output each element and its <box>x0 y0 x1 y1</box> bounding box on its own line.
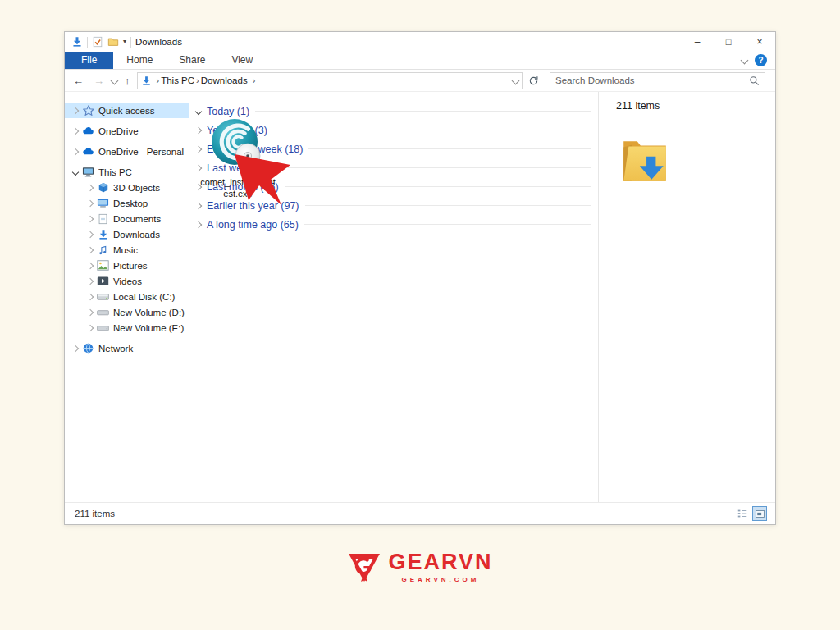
address-dropdown-chevron-icon[interactable] <box>512 76 520 84</box>
maximize-button[interactable]: □ <box>713 32 744 52</box>
sidebar-item-documents[interactable]: Documents <box>65 211 189 226</box>
toolbar-separator <box>87 37 88 48</box>
chevron-icon[interactable] <box>87 262 94 268</box>
large-icons-view-button[interactable] <box>752 506 767 521</box>
ribbon-tab-view[interactable]: View <box>218 52 266 69</box>
large-icons-view-icon <box>755 509 765 519</box>
group-chevron-icon[interactable] <box>195 107 202 114</box>
sidebar-item-label: OneDrive <box>98 126 139 136</box>
sidebar-item-label: New Volume (E:) <box>113 323 184 333</box>
ribbon-tab-share[interactable]: Share <box>166 52 218 69</box>
quick-access-toolbar: ▾ <box>65 36 131 48</box>
monitor-icon <box>82 166 94 178</box>
content-area: Quick access OneDrive OneDrive - Persona… <box>65 92 775 502</box>
brand-name: GEARVN <box>388 551 492 573</box>
chevron-icon[interactable] <box>87 231 94 237</box>
breadcrumb-chevron-icon: › <box>155 75 162 85</box>
downloads-icon[interactable] <box>71 36 83 48</box>
chevron-icon[interactable] <box>72 107 79 113</box>
sidebar-item-pictures[interactable]: Pictures <box>65 258 189 273</box>
sidebar-item-network[interactable]: Network <box>65 340 189 356</box>
downloads-folder-icon <box>618 135 672 189</box>
chevron-icon[interactable] <box>87 324 94 331</box>
chevron-icon[interactable] <box>87 293 94 299</box>
group-chevron-icon[interactable] <box>195 221 202 227</box>
toolbar-separator <box>130 37 131 48</box>
expand-ribbon-chevron-icon[interactable] <box>741 57 749 65</box>
up-button[interactable]: ↑ <box>121 75 134 87</box>
group-label: Today (1) <box>207 106 249 117</box>
group-header-a-long-time-ago-65[interactable]: A long time ago (65) <box>194 215 593 234</box>
help-icon[interactable]: ? <box>755 54 767 66</box>
sidebar-item-local-disk-c[interactable]: Local Disk (C:) <box>65 289 189 304</box>
sidebar-item-new-volume-e[interactable]: New Volume (E:) <box>65 320 189 336</box>
group-divider <box>274 167 591 168</box>
sidebar-item-label: Videos <box>113 276 142 286</box>
group-label: Earlier this year (97) <box>207 200 299 212</box>
sidebar-item-onedrive-personal[interactable]: OneDrive - Personal <box>65 144 189 159</box>
search-box[interactable] <box>550 72 765 89</box>
view-switcher <box>735 506 767 521</box>
search-input[interactable] <box>555 75 749 85</box>
title-bar: ▾ Downloads – □ × <box>65 32 775 52</box>
ribbon-right-controls: ? <box>742 54 775 69</box>
window-title: Downloads <box>135 37 182 47</box>
sidebar-item-label: Local Disk (C:) <box>113 292 175 302</box>
sidebar-item-label: Network <box>98 344 133 354</box>
group-divider <box>255 111 591 112</box>
chevron-icon[interactable] <box>87 199 94 206</box>
chevron-icon[interactable] <box>72 127 79 134</box>
chevron-icon[interactable] <box>87 184 94 190</box>
sidebar-item-this-pc[interactable]: This PC <box>65 164 189 180</box>
sidebar-item-new-volume-d[interactable]: New Volume (D:) <box>65 304 189 320</box>
explorer-window: ▾ Downloads – □ × File Home Share <box>64 31 776 525</box>
ribbon-tab-file[interactable]: File <box>65 52 113 69</box>
disk-icon <box>97 290 109 303</box>
customize-toolbar-chevron-icon[interactable]: ▾ <box>123 39 126 45</box>
sidebar-item-label: 3D Objects <box>113 183 160 193</box>
cube-icon <box>97 181 109 194</box>
chevron-icon[interactable] <box>87 246 94 253</box>
drive-icon <box>97 306 109 318</box>
sidebar-item-music[interactable]: Music <box>65 242 189 258</box>
breadcrumb-item[interactable]: This PC <box>161 75 194 85</box>
sidebar-item-videos[interactable]: Videos <box>65 273 189 289</box>
chevron-icon[interactable] <box>72 345 79 351</box>
file-name: comet_installer_latest.exe <box>199 176 277 200</box>
chevron-icon[interactable] <box>87 215 94 221</box>
navigation-pane: Quick access OneDrive OneDrive - Persona… <box>65 92 189 502</box>
forward-button[interactable]: → <box>90 75 107 87</box>
recent-locations-chevron-icon[interactable] <box>111 76 119 84</box>
chevron-icon[interactable] <box>87 277 94 284</box>
chevron-icon[interactable] <box>72 148 79 154</box>
network-icon <box>82 342 94 354</box>
sidebar-item-downloads[interactable]: Downloads <box>65 226 189 242</box>
gearvn-logo-icon <box>347 552 381 583</box>
new-folder-icon[interactable] <box>107 36 119 48</box>
sidebar-item-desktop[interactable]: Desktop <box>65 195 189 211</box>
details-view-button[interactable] <box>735 506 750 521</box>
group-chevron-icon[interactable] <box>195 202 202 208</box>
sidebar-item-3d-objects[interactable]: 3D Objects <box>65 180 189 195</box>
status-bar: 211 items <box>65 502 775 524</box>
sidebar-item-label: Desktop <box>113 199 148 208</box>
minimize-button[interactable]: – <box>682 32 713 52</box>
desktop-icon <box>97 197 109 209</box>
sidebar-item-quick-access[interactable]: Quick access <box>65 103 189 118</box>
breadcrumb-item[interactable]: Downloads <box>201 75 248 85</box>
sidebar-item-label: Quick access <box>98 106 154 116</box>
properties-icon[interactable] <box>92 36 103 48</box>
ribbon-tab-bar: File Home Share View ? <box>65 52 775 70</box>
comet-installer-icon <box>210 118 266 174</box>
ribbon-tab-home[interactable]: Home <box>113 52 166 69</box>
sidebar-item-onedrive[interactable]: OneDrive <box>65 123 189 139</box>
file-item-comet-installer[interactable]: comet_installer_latest.exe <box>199 118 277 200</box>
address-box[interactable]: › This PC › Downloads › <box>137 72 523 89</box>
group-divider <box>285 186 591 187</box>
refresh-button[interactable] <box>526 75 541 86</box>
chevron-icon[interactable] <box>72 168 79 175</box>
chevron-icon[interactable] <box>87 308 94 315</box>
search-icon[interactable] <box>749 75 760 86</box>
back-button[interactable]: ← <box>70 75 87 87</box>
close-button[interactable]: × <box>744 32 775 52</box>
